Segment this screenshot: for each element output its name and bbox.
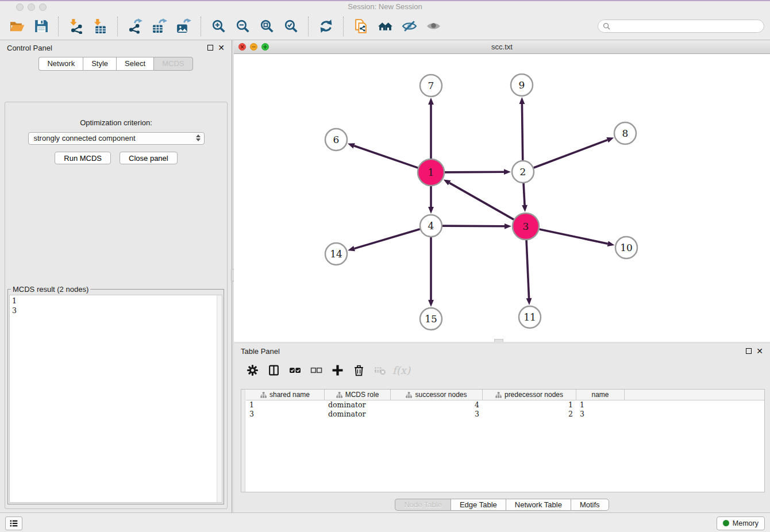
import-network-icon[interactable] xyxy=(67,18,84,35)
criterion-select[interactable]: strongly connected component xyxy=(28,132,205,145)
search-field[interactable] xyxy=(598,20,764,33)
table-row[interactable]: 1dominator411 xyxy=(246,400,764,410)
tab-node-table[interactable]: Node Table xyxy=(395,499,451,511)
apply-layout-icon[interactable] xyxy=(317,18,334,35)
table-cell[interactable]: 1 xyxy=(576,400,625,410)
table-cell[interactable]: 1 xyxy=(483,400,576,410)
table-cell[interactable]: 4 xyxy=(391,400,483,410)
edge-2-3[interactable] xyxy=(523,183,525,205)
mcds-result-box[interactable]: 1 3 xyxy=(9,295,222,503)
tab-edge-table[interactable]: Edge Table xyxy=(451,499,506,511)
float-table-panel-icon[interactable] xyxy=(746,348,752,354)
maximize-window-icon[interactable] xyxy=(39,3,47,11)
close-window-icon[interactable] xyxy=(16,3,24,11)
show-details-icon[interactable] xyxy=(425,18,442,35)
table-settings-gear-icon[interactable] xyxy=(242,363,263,377)
tab-select[interactable]: Select xyxy=(116,57,153,71)
table-cell[interactable]: 3 xyxy=(391,410,483,419)
column-header-shared-name[interactable]: shared name xyxy=(246,390,325,400)
edge-4-14[interactable] xyxy=(355,229,420,249)
node-9[interactable]: 9 xyxy=(511,74,533,96)
node-1[interactable]: 1 xyxy=(418,159,444,186)
tab-network[interactable]: Network xyxy=(38,57,83,71)
close-table-panel-icon[interactable]: ✕ xyxy=(756,348,763,354)
tab-network-table[interactable]: Network Table xyxy=(506,499,571,511)
table-cell[interactable]: 3 xyxy=(576,410,625,419)
column-header-successor-nodes[interactable]: successor nodes xyxy=(391,390,483,400)
control-panel-title: Control Panel xyxy=(7,44,52,52)
open-file-icon[interactable] xyxy=(8,18,25,35)
node-4[interactable]: 4 xyxy=(420,215,442,237)
table-row[interactable]: 3dominator323 xyxy=(246,410,764,419)
add-column-icon[interactable] xyxy=(327,363,348,377)
zoom-out-icon[interactable] xyxy=(234,18,251,35)
mcds-result-scrollbar[interactable] xyxy=(217,295,222,502)
table-cell[interactable]: dominator xyxy=(325,400,391,410)
node-7[interactable]: 7 xyxy=(420,75,442,97)
column-header-name[interactable]: name xyxy=(576,390,625,400)
search-input[interactable] xyxy=(613,22,759,30)
select-all-icon[interactable] xyxy=(284,363,306,377)
node-10[interactable]: 10 xyxy=(615,237,637,259)
node-14[interactable]: 14 xyxy=(325,243,347,265)
search-icon xyxy=(603,22,610,30)
node-table[interactable]: shared nameMCDS rolesuccessor nodesprede… xyxy=(241,389,765,492)
table-tabs: Node TableEdge TableNetwork TableMotifs xyxy=(234,499,770,511)
node-11[interactable]: 11 xyxy=(519,306,541,328)
table-panel-header: Table Panel ✕ xyxy=(234,344,770,358)
network-canvas[interactable]: 7968124314101511 xyxy=(234,54,770,342)
canvas-splitter-grip[interactable] xyxy=(494,339,503,342)
task-history-button[interactable] xyxy=(5,516,22,530)
tab-motifs[interactable]: Motifs xyxy=(571,499,609,511)
optimization-criterion-label: Optimization criterion: xyxy=(5,118,227,127)
edge-3-11[interactable] xyxy=(526,240,529,298)
edge-1-2[interactable] xyxy=(445,172,504,172)
close-panel-button[interactable]: Close panel xyxy=(120,152,178,164)
network-window: × − + scc.txt 7968124314101511 xyxy=(234,40,770,342)
mcds-result-group: MCDS result (2 nodes) 1 3 xyxy=(7,285,224,504)
table-cell[interactable]: dominator xyxy=(325,410,391,419)
node-2[interactable]: 2 xyxy=(512,161,534,183)
edge-2-9[interactable] xyxy=(522,104,522,160)
memory-button[interactable]: Memory xyxy=(717,516,765,530)
import-table-icon[interactable] xyxy=(91,18,109,35)
svg-text:14: 14 xyxy=(330,248,342,260)
table-cell[interactable]: 2 xyxy=(483,410,576,419)
new-network-from-selection-icon[interactable] xyxy=(352,18,369,35)
export-table-icon[interactable] xyxy=(151,18,168,35)
export-network-icon[interactable] xyxy=(126,18,144,35)
svg-text:15: 15 xyxy=(425,313,437,325)
edge-4-3[interactable] xyxy=(442,226,505,226)
column-header-predecessor-nodes[interactable]: predecessor nodes xyxy=(483,390,576,400)
close-panel-icon[interactable]: ✕ xyxy=(218,45,225,51)
table-cell[interactable]: 1 xyxy=(246,400,325,410)
table-cell[interactable]: 3 xyxy=(246,410,325,419)
delete-column-icon[interactable] xyxy=(348,363,369,377)
home-icon[interactable] xyxy=(376,18,394,35)
export-image-icon[interactable] xyxy=(175,18,192,35)
zoom-in-icon[interactable] xyxy=(210,18,227,35)
edge-3-1[interactable] xyxy=(449,183,514,219)
function-builder-icon: f(x) xyxy=(391,363,412,377)
column-header-MCDS-role[interactable]: MCDS role xyxy=(325,390,391,400)
mcds-result-text: 1 3 xyxy=(10,295,222,316)
node-3[interactable]: 3 xyxy=(513,213,539,240)
edge-1-6[interactable] xyxy=(354,146,418,168)
edge-3-10[interactable] xyxy=(539,229,607,244)
tab-mcds[interactable]: MCDS xyxy=(153,57,192,71)
float-panel-icon[interactable] xyxy=(207,45,213,51)
node-8[interactable]: 8 xyxy=(614,122,636,144)
hide-details-icon[interactable] xyxy=(401,18,418,35)
zoom-selected-icon[interactable] xyxy=(282,18,299,35)
show-column-icon[interactable] xyxy=(263,363,284,377)
table-panel: Table Panel ✕ xyxy=(234,344,770,512)
save-session-icon[interactable] xyxy=(32,18,49,35)
minimize-window-icon[interactable] xyxy=(28,3,35,11)
edge-2-8[interactable] xyxy=(534,140,607,168)
run-mcds-button[interactable]: Run MCDS xyxy=(55,152,111,164)
unselect-all-icon[interactable] xyxy=(306,363,327,377)
node-15[interactable]: 15 xyxy=(420,308,442,330)
node-6[interactable]: 6 xyxy=(325,129,347,151)
zoom-fit-icon[interactable] xyxy=(258,18,275,35)
tab-style[interactable]: Style xyxy=(83,57,116,71)
